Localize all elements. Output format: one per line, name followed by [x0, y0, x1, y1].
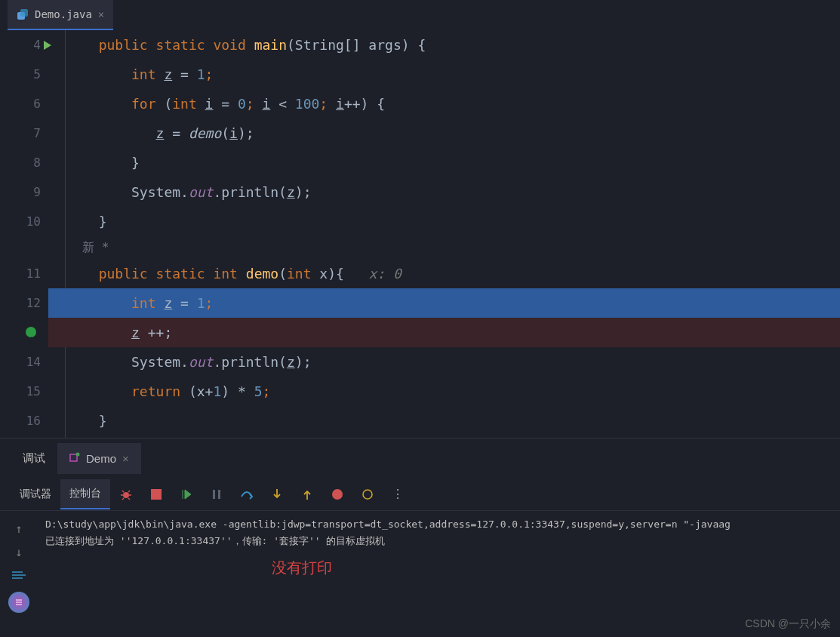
- svg-rect-6: [218, 490, 220, 499]
- debugger-subtab[interactable]: 调试器: [11, 480, 60, 509]
- pause-button[interactable]: [210, 488, 223, 501]
- debug-toolbar: ⋮: [119, 488, 405, 501]
- stop-button[interactable]: [149, 488, 163, 501]
- run-config-icon: [69, 452, 80, 465]
- line-number: 5: [0, 60, 41, 89]
- debug-tab[interactable]: 调试: [11, 442, 57, 475]
- console-subtab[interactable]: 控制台: [60, 479, 110, 509]
- step-out-icon[interactable]: [300, 488, 314, 501]
- line-number: 15: [0, 377, 41, 406]
- svg-point-7: [363, 490, 372, 499]
- inline-debug-value: x: 0: [368, 266, 401, 282]
- console-output[interactable]: D:\study\app\jdk\bin\java.exe -agentlib:…: [38, 511, 840, 613]
- svg-rect-1: [20, 9, 28, 17]
- breakpoint-verified-icon[interactable]: [26, 327, 36, 337]
- soft-wrap-icon[interactable]: [12, 568, 26, 583]
- file-tab-label: Demo.java: [35, 8, 92, 20]
- code-editor[interactable]: 4 5 6 7 8 9 10 11 12 14 15 16 public sta…: [0, 30, 840, 438]
- line-number: 8: [0, 148, 41, 177]
- line-number: 4: [0, 30, 41, 60]
- resume-button[interactable]: [180, 488, 193, 501]
- tool-badge-icon[interactable]: [8, 592, 29, 613]
- panel-tab-bar: 调试 Demo ×: [0, 439, 840, 478]
- close-icon[interactable]: ×: [122, 452, 129, 465]
- console-side-toolbar: ↑ ↓: [0, 511, 38, 613]
- keyword: public: [99, 37, 148, 53]
- scroll-down-icon[interactable]: ↓: [15, 545, 23, 559]
- gutter: 4 5 6 7 8 9 10 11 12 14 15 16: [0, 30, 48, 438]
- watermark: CSDN @一只小余: [745, 617, 831, 631]
- more-actions-icon[interactable]: ⋮: [391, 488, 405, 501]
- close-icon[interactable]: ×: [98, 8, 104, 20]
- svg-point-4: [123, 492, 129, 498]
- step-into-icon[interactable]: [270, 488, 284, 501]
- line-number: 6: [0, 89, 41, 118]
- line-number: [0, 236, 41, 259]
- execution-line: int z = 1;: [48, 288, 840, 318]
- run-config-tab[interactable]: Demo ×: [57, 443, 141, 474]
- bug-icon[interactable]: [119, 488, 133, 501]
- breakpoint-line-code: z ++;: [48, 318, 840, 347]
- view-breakpoints-icon[interactable]: [331, 488, 344, 501]
- line-number: 14: [0, 347, 41, 377]
- debug-subtabs: 调试器 控制台 ⋮: [0, 478, 840, 511]
- svg-point-3: [76, 452, 80, 456]
- svg-rect-2: [70, 454, 77, 461]
- vcs-annotation: 新 *: [82, 240, 109, 254]
- editor-tabs: Demo.java ×: [0, 0, 840, 30]
- step-over-icon[interactable]: [240, 488, 254, 501]
- line-number: 7: [0, 118, 41, 148]
- line-number: 16: [0, 406, 41, 435]
- console-panel: ↑ ↓ D:\study\app\jdk\bin\java.exe -agent…: [0, 511, 840, 613]
- file-tab[interactable]: Demo.java ×: [8, 0, 113, 30]
- line-number: 11: [0, 259, 41, 288]
- mute-breakpoints-icon[interactable]: [361, 488, 374, 501]
- code-content[interactable]: public static void main(String[] args) {…: [48, 30, 840, 438]
- breakpoint-line: [0, 318, 41, 347]
- scroll-up-icon[interactable]: ↑: [15, 522, 23, 536]
- console-line: 已连接到地址为 ''127.0.0.1:33437''，传输: '套接字'' 的…: [45, 534, 832, 548]
- debug-tool-window: 调试 Demo × 调试器 控制台 ⋮ ↑ ↓: [0, 438, 840, 613]
- line-number: 12: [0, 288, 41, 318]
- svg-rect-5: [213, 490, 215, 499]
- line-number: 9: [0, 177, 41, 207]
- java-class-icon: [17, 8, 29, 20]
- annotation-overlay: 没有打印: [272, 558, 332, 578]
- line-number: 10: [0, 207, 41, 236]
- console-line: D:\study\app\jdk\bin\java.exe -agentlib:…: [45, 519, 832, 530]
